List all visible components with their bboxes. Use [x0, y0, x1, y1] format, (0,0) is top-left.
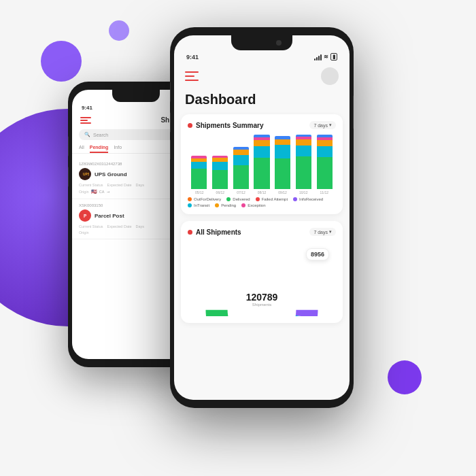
x-axis-labels: 05/1206/1207/1208/1209/1210/1211/12: [188, 190, 336, 194]
bar-segment: [296, 156, 311, 189]
legend-item: Failed Attempt: [256, 197, 288, 201]
bar-segment: [212, 170, 228, 189]
all-shipments-days-badge[interactable]: 7 days ▾: [309, 228, 336, 236]
back-origin-label-2: Origin: [79, 231, 89, 235]
bar-group: [189, 135, 209, 189]
phone-front-power-btn: [353, 95, 354, 129]
shipments-summary-card: Shipments Summary 7 days ▾ 05/1206/1207/…: [181, 114, 343, 214]
bar-segment: [275, 139, 290, 145]
legend-dot: [188, 203, 192, 207]
phone-front-mute: [170, 139, 171, 160]
bar-group: [231, 135, 251, 189]
bar-segment: [317, 157, 333, 189]
back-origin-value-1: CA: [99, 190, 105, 194]
dashboard-title: Dashboard: [174, 89, 350, 114]
bar-segment: [212, 162, 228, 170]
ups-logo: UPS: [79, 168, 91, 180]
legend-item: Pending: [215, 203, 236, 207]
avatar[interactable]: [321, 67, 339, 85]
phone-back-side-btn: [68, 136, 69, 156]
bar-segment: [254, 140, 269, 146]
back-tab-all[interactable]: All: [79, 143, 84, 153]
bar-segment: [233, 150, 249, 155]
wifi-icon: ≋: [324, 54, 328, 60]
legend-item: Delivered: [226, 197, 250, 201]
front-header: [174, 63, 350, 89]
back-search-placeholder: Search: [93, 133, 108, 137]
phone-back-notch: [112, 90, 160, 102]
bar-segment: [254, 146, 269, 158]
front-time: 9:41: [186, 54, 199, 61]
menu-icon[interactable]: [185, 71, 199, 81]
summary-chevron-icon: ▾: [329, 122, 332, 128]
legend-dot: [226, 197, 231, 201]
all-shipments-period: 7 days: [313, 230, 328, 235]
back-days-label: Days: [136, 183, 145, 187]
bar-group: [315, 135, 335, 189]
all-shipments-header: All Shipments 7 days ▾: [188, 228, 336, 236]
bar-segment: [296, 146, 311, 156]
all-shipments-title: All Shipments: [188, 228, 241, 236]
bar-segment: [233, 165, 249, 189]
x-axis-label: 06/12: [210, 190, 231, 194]
donut-segment: [296, 310, 318, 316]
legend-label: OutForDelivery: [194, 197, 221, 201]
signal-bars-icon: [314, 54, 322, 61]
front-camera: [276, 40, 282, 46]
svg-text:P: P: [84, 214, 86, 218]
x-axis-label: 05/12: [189, 190, 210, 194]
legend-label: Exception: [248, 203, 265, 207]
back-tab-info[interactable]: Info: [114, 143, 122, 153]
legend-label: InTransit: [194, 203, 209, 207]
donut-badge: 8956: [306, 248, 329, 260]
x-axis-label: 10/12: [293, 190, 314, 194]
bar-segment: [233, 155, 249, 165]
bar-segment: [317, 146, 333, 157]
bar-group: [210, 135, 230, 189]
back-menu-icon[interactable]: [80, 117, 91, 124]
legend-dot: [215, 203, 219, 207]
back-expected-date-label-2: Expected Date: [107, 224, 131, 228]
summary-title-text: Shipments Summary: [196, 122, 263, 129]
signal-bar-3: [318, 56, 320, 61]
x-axis-label: 08/12: [252, 190, 273, 194]
x-axis-label: 07/12: [231, 190, 252, 194]
bar-segment: [296, 139, 311, 146]
legend-label: Delivered: [233, 197, 250, 201]
legend-dot: [293, 197, 297, 201]
summary-red-dot: [188, 123, 192, 128]
legend-item: Exception: [241, 203, 265, 207]
back-expected-date-label: Expected Date: [107, 183, 131, 187]
all-shipments-chevron-icon: ▾: [329, 229, 332, 235]
back-current-status-label: Current Status: [79, 183, 103, 187]
bar-segment: [254, 158, 269, 189]
bar-chart-container: 05/1206/1207/1208/1209/1210/1211/12: [188, 135, 336, 194]
signal-bar-2: [316, 57, 318, 61]
bar-chart: [188, 135, 336, 189]
x-axis-label: 11/12: [313, 190, 335, 194]
donut-badge-value: 8956: [311, 251, 324, 258]
phone-front: 9:41 ≋ ▮ Dashboard: [170, 27, 354, 408]
bar-group: [252, 135, 272, 189]
back-days-label-2: Days: [136, 224, 145, 228]
status-icons: ≋ ▮: [314, 53, 337, 61]
legend-dot: [256, 197, 260, 201]
donut-label: Shipments: [246, 303, 278, 307]
summary-days-badge[interactable]: 7 days ▾: [309, 121, 336, 129]
parcel-logo: P: [79, 209, 91, 222]
x-axis-label: 09/12: [272, 190, 293, 194]
background-blob-top-left: [41, 41, 82, 82]
back-tab-pending[interactable]: Pending: [90, 143, 109, 153]
bar-segment: [275, 158, 290, 189]
phone-front-screen: 9:41 ≋ ▮ Dashboard: [174, 35, 350, 400]
arrow-icon-1: →: [106, 190, 110, 194]
back-current-status-label-2: Current Status: [79, 224, 103, 228]
background-blob-small: [109, 20, 129, 41]
front-status-bar: 9:41 ≋ ▮: [174, 50, 350, 63]
us-flag-icon: 🇺🇸: [91, 189, 97, 194]
battery-icon: ▮: [330, 53, 337, 61]
legend-item: InfoReceived: [293, 197, 323, 201]
phone-back-time: 9:41: [82, 105, 92, 111]
carrier-name-2: Parcel Post: [95, 213, 124, 219]
donut-segment: [206, 310, 247, 316]
